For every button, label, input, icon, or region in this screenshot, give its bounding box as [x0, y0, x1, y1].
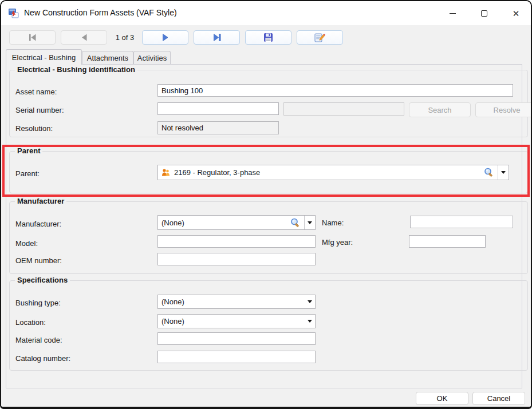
window-title: New Construction Form Assets (VAF Style)	[24, 8, 177, 17]
manufacturer-dropdown-button[interactable]	[305, 216, 315, 229]
tab-attachments[interactable]: Attachments	[82, 51, 133, 64]
resolve-button[interactable]: Resolve	[475, 102, 532, 117]
asset-item-icon	[161, 168, 171, 177]
bushing-type-dropdown-button[interactable]	[305, 295, 315, 308]
serial-lookup-field	[283, 102, 404, 116]
maximize-button[interactable]	[471, 1, 497, 25]
notes-button[interactable]	[297, 30, 343, 45]
model-input[interactable]	[157, 235, 316, 248]
close-button[interactable]: ✕	[503, 1, 529, 25]
group-parent-title: Parent	[15, 146, 42, 155]
chevron-down-icon	[308, 300, 312, 303]
location-dropdown[interactable]: (None)	[157, 314, 316, 328]
material-code-label: Material code:	[15, 336, 62, 344]
maximize-icon	[481, 10, 487, 17]
tab-label: Electrical - Bushing	[12, 53, 76, 62]
resolution-label: Resolution:	[15, 124, 53, 133]
notes-pencil-icon	[314, 33, 325, 42]
manufacturer-combo-value: (None)	[158, 219, 290, 227]
chevron-down-icon	[308, 320, 312, 323]
name-input[interactable]	[410, 216, 513, 228]
mfg-year-label: Mfg year:	[322, 238, 353, 247]
minimize-icon	[450, 13, 456, 14]
search-button[interactable]: Search	[409, 102, 471, 117]
model-label: Model:	[15, 239, 38, 248]
group-manufacturer-title: Manufacturer	[15, 197, 66, 205]
minimize-button[interactable]	[439, 1, 466, 25]
tab-label: Activities	[137, 54, 167, 62]
asset-name-label: Asset name:	[15, 88, 57, 96]
previous-icon	[81, 34, 88, 41]
mfg-year-input[interactable]	[409, 235, 486, 248]
resolution-field	[157, 121, 279, 134]
parent-dropdown-button[interactable]	[498, 165, 509, 180]
asset-name-input[interactable]	[157, 84, 513, 97]
catalog-number-input[interactable]	[157, 351, 316, 363]
material-code-input[interactable]	[157, 332, 316, 345]
app-form-icon	[8, 7, 19, 19]
last-record-button[interactable]	[194, 30, 240, 45]
magnifier-icon[interactable]	[290, 217, 301, 228]
cancel-button[interactable]: Cancel	[472, 392, 525, 405]
search-button-label: Search	[428, 106, 451, 114]
record-navigation-toolbar: 1 of 3	[1, 25, 531, 49]
location-label: Location:	[15, 318, 46, 327]
record-indicator: 1 of 3	[111, 30, 139, 45]
oem-number-label: OEM number:	[15, 256, 62, 265]
dialog-window: New Construction Form Assets (VAF Style)…	[0, 0, 532, 409]
chevron-down-icon	[501, 171, 506, 174]
name-label: Name:	[322, 219, 344, 227]
chevron-down-icon	[308, 221, 312, 224]
next-record-button[interactable]	[142, 30, 188, 45]
serial-number-input[interactable]	[157, 102, 279, 115]
location-value: (None)	[158, 317, 305, 325]
cancel-button-label: Cancel	[487, 394, 510, 403]
skip-to-last-icon	[212, 34, 222, 41]
first-record-button[interactable]	[9, 30, 56, 45]
next-icon	[162, 34, 169, 41]
skip-to-first-icon	[28, 34, 37, 41]
save-button[interactable]	[245, 30, 291, 45]
tab-label: Attachments	[87, 54, 128, 62]
ok-button-label: OK	[437, 394, 448, 403]
location-dropdown-button[interactable]	[305, 315, 315, 328]
tab-electrical-bushing[interactable]: Electrical - Bushing	[6, 49, 82, 65]
bushing-type-value: (None)	[158, 297, 305, 306]
bushing-type-label: Bushing type:	[15, 299, 61, 307]
parent-combo[interactable]: 2169 - Regulator, 3-phase	[157, 165, 509, 180]
magnifier-icon[interactable]	[483, 167, 494, 178]
bushing-type-dropdown[interactable]: (None)	[157, 295, 316, 309]
catalog-number-label: Catalog number:	[15, 354, 70, 363]
parent-label: Parent:	[15, 169, 40, 178]
ok-button[interactable]: OK	[416, 392, 468, 405]
resolve-button-label: Resolve	[494, 106, 521, 114]
tab-strip: Electrical - Bushing Attachments Activit…	[1, 49, 531, 64]
save-floppy-icon	[263, 33, 273, 42]
group-specifications-title: Specifications	[15, 276, 70, 284]
parent-combo-value: 2169 - Regulator, 3-phase	[171, 168, 483, 177]
previous-record-button[interactable]	[61, 30, 107, 45]
tab-activities[interactable]: Activities	[133, 51, 171, 64]
group-identification-title: Electrical - Bushing identification	[15, 65, 137, 74]
serial-number-label: Serial number:	[15, 106, 64, 114]
manufacturer-combo[interactable]: (None)	[157, 215, 316, 230]
oem-number-input[interactable]	[157, 253, 316, 265]
manufacturer-label: Manufacturer:	[15, 220, 61, 228]
close-icon: ✕	[513, 9, 520, 18]
title-bar[interactable]: New Construction Form Assets (VAF Style)…	[1, 1, 531, 25]
